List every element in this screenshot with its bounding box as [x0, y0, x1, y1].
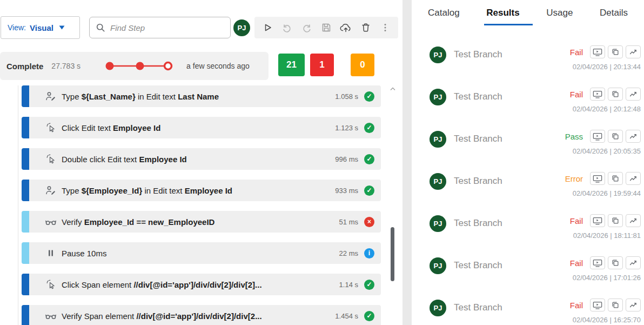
- screen-icon[interactable]: [590, 172, 605, 185]
- result-row[interactable]: PJ Test Branch Error 02/04/2026 | 19:59:…: [412, 164, 644, 207]
- steps-scrollbar[interactable]: [390, 85, 395, 325]
- scroll-up-icon[interactable]: [390, 87, 395, 91]
- result-row[interactable]: PJ Test Branch Fail 02/04/2026 | 17:01:2…: [412, 249, 644, 291]
- chart-icon[interactable]: [626, 45, 641, 58]
- save-icon[interactable]: [319, 21, 333, 35]
- chart-icon[interactable]: [626, 172, 641, 185]
- steps-list: Type ${Last_Name} in Edit text Last Name…: [0, 85, 381, 325]
- step-row[interactable]: Type ${Last_Name} in Edit text Last Name…: [22, 85, 381, 107]
- result-timestamp: 02/04/2026 | 18:11:81: [570, 231, 641, 240]
- kebab-menu-icon[interactable]: [378, 21, 392, 35]
- screen-icon[interactable]: [590, 88, 605, 101]
- results-panel: Catalog Results Usage Details PJ Test Br…: [412, 0, 644, 325]
- screen-icon[interactable]: [590, 256, 605, 269]
- result-status: Fail: [570, 48, 583, 57]
- step-text: Verify Employee_Id == new_EmployeeID: [62, 217, 335, 227]
- view-mode-select[interactable]: View: Visual: [1, 16, 80, 39]
- result-status: Fail: [570, 258, 583, 268]
- result-row[interactable]: PJ Test Branch Fail 02/04/2026 | 16:25:7…: [412, 291, 644, 325]
- avatar: PJ: [430, 89, 446, 105]
- scrollbar-thumb[interactable]: [391, 227, 394, 281]
- result-timestamp: 02/04/2026 | 20:12:48: [570, 105, 641, 113]
- search-input[interactable]: [110, 23, 224, 32]
- not-run-count[interactable]: 0: [351, 54, 374, 76]
- panel-divider: [403, 0, 412, 325]
- trash-icon[interactable]: [359, 21, 373, 35]
- result-row[interactable]: PJ Test Branch Fail 02/04/2026 | 18:11:8…: [412, 207, 644, 249]
- screen-icon[interactable]: [590, 299, 605, 311]
- result-meta: Pass 02/04/2026 | 20:05:35: [565, 130, 641, 155]
- click-icon: [45, 122, 57, 133]
- tab-details[interactable]: Details: [600, 8, 628, 25]
- screen-icon[interactable]: [590, 214, 605, 227]
- result-timestamp: 02/04/2026 | 20:05:35: [565, 147, 641, 155]
- copy-icon[interactable]: [608, 172, 623, 185]
- undo-icon[interactable]: [280, 21, 294, 35]
- tab-label: Details: [600, 8, 628, 18]
- type-user-icon: [45, 185, 57, 196]
- chart-icon[interactable]: [626, 299, 641, 311]
- cloud-upload-icon[interactable]: [339, 21, 353, 35]
- result-row[interactable]: PJ Test Branch Pass 02/04/2026 | 20:05:3…: [412, 122, 644, 164]
- toolbar-icons: [254, 17, 398, 38]
- avatar: PJ: [430, 131, 446, 148]
- screen-icon[interactable]: [590, 130, 605, 143]
- chart-icon[interactable]: [626, 256, 641, 269]
- step-accent-bar: [22, 274, 29, 295]
- run-time-ago: a few seconds ago: [186, 62, 250, 70]
- step-duration: 1.14 s: [339, 281, 358, 289]
- result-meta: Fail 02/04/2026 | 20:13:44: [570, 45, 641, 71]
- step-text: Type ${Last_Name} in Edit text Last Name: [62, 92, 331, 101]
- copy-icon[interactable]: [608, 130, 623, 143]
- type-user-icon: [45, 91, 57, 102]
- step-accent-bar: [22, 117, 29, 138]
- step-row[interactable]: Verify Employee_Id == new_EmployeeID 51 …: [22, 211, 381, 233]
- step-duration: 51 ms: [339, 218, 358, 226]
- chart-icon[interactable]: [626, 214, 641, 227]
- step-row[interactable]: Type ${Employee_Id} in Edit text Employe…: [22, 180, 381, 201]
- step-duration: 933 ms: [335, 187, 358, 195]
- screen-icon[interactable]: [590, 45, 605, 58]
- status-pass-icon: ✓: [364, 311, 374, 321]
- result-row[interactable]: PJ Test Branch Fail 02/04/2026 | 20:12:4…: [412, 80, 644, 122]
- status-info-icon: i: [364, 248, 374, 258]
- status-pass-icon: ✓: [364, 154, 374, 164]
- passed-count[interactable]: 21: [278, 54, 305, 76]
- tab-usage[interactable]: Usage: [546, 8, 573, 25]
- avatar[interactable]: PJ: [233, 19, 250, 36]
- copy-icon[interactable]: [608, 299, 623, 311]
- tab-results[interactable]: Results: [486, 8, 519, 25]
- step-row[interactable]: Pause 10ms 22 ms i: [22, 242, 381, 264]
- copy-icon[interactable]: [608, 88, 623, 101]
- step-accent-bar: [22, 180, 29, 201]
- step-row[interactable]: Click Edit text Employee Id 1.123 s ✓: [22, 117, 381, 138]
- chart-icon[interactable]: [626, 130, 641, 143]
- result-status: Fail: [570, 216, 583, 225]
- find-step-search[interactable]: [89, 17, 231, 38]
- chart-icon[interactable]: [626, 88, 641, 101]
- step-row[interactable]: Click Span element //div[@id='app']/div/…: [22, 274, 381, 295]
- avatar: PJ: [430, 300, 446, 316]
- result-branch-name: Test Branch: [454, 134, 502, 144]
- copy-icon[interactable]: [608, 214, 623, 227]
- tab-label: Usage: [546, 8, 573, 18]
- step-duration: 996 ms: [335, 155, 358, 163]
- result-status: Fail: [570, 301, 583, 310]
- step-row[interactable]: Double click Edit text Employee Id 996 m…: [22, 148, 381, 170]
- result-branch-name: Test Branch: [454, 302, 502, 313]
- copy-icon[interactable]: [608, 45, 623, 58]
- tab-label: Catalog: [428, 8, 460, 18]
- run-progress-slider[interactable]: [103, 59, 178, 73]
- glasses-icon: [45, 216, 57, 227]
- tab-catalog[interactable]: Catalog: [428, 8, 460, 25]
- failed-count[interactable]: 1: [310, 54, 334, 76]
- status-fail-icon: ×: [364, 217, 374, 227]
- redo-icon[interactable]: [300, 21, 314, 35]
- step-row[interactable]: Verify Span element //div[@id='app']/div…: [22, 305, 381, 325]
- result-row[interactable]: PJ Test Branch Fail 02/04/2026 | 20:13:4…: [412, 38, 644, 80]
- glasses-icon: [45, 310, 57, 321]
- result-branch-name: Test Branch: [454, 218, 502, 229]
- copy-icon[interactable]: [608, 256, 623, 269]
- play-icon[interactable]: [260, 21, 274, 35]
- step-text: Click Span element //div[@id='app']/div/…: [62, 280, 335, 289]
